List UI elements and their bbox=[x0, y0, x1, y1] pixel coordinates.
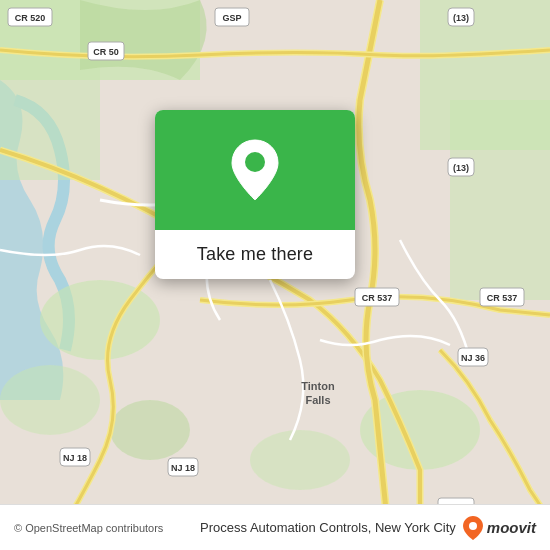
svg-point-8 bbox=[250, 430, 350, 490]
svg-text:CR 537: CR 537 bbox=[487, 293, 518, 303]
popup-header bbox=[155, 110, 355, 230]
svg-point-7 bbox=[110, 400, 190, 460]
take-me-there-button[interactable]: Take me there bbox=[155, 230, 355, 279]
moovit-pin-icon bbox=[462, 515, 484, 541]
moovit-text: moovit bbox=[487, 519, 536, 536]
svg-point-35 bbox=[245, 152, 265, 172]
svg-text:(13): (13) bbox=[453, 13, 469, 23]
branding-section: Process Automation Controls, New York Ci… bbox=[200, 515, 536, 541]
svg-text:GSP: GSP bbox=[222, 13, 241, 23]
svg-text:CR 50: CR 50 bbox=[93, 47, 119, 57]
attribution-section: © OpenStreetMap contributors bbox=[14, 522, 163, 534]
svg-text:Tinton: Tinton bbox=[301, 380, 335, 392]
svg-text:(13): (13) bbox=[453, 163, 469, 173]
svg-text:NJ 18: NJ 18 bbox=[63, 453, 87, 463]
popup-card: Take me there bbox=[155, 110, 355, 279]
osm-attribution: © OpenStreetMap contributors bbox=[14, 522, 163, 534]
map-container: CR 520 CR 50 GSP (13) (13) CR 537 CR 537… bbox=[0, 0, 550, 550]
svg-text:CR 520: CR 520 bbox=[15, 13, 46, 23]
bottom-bar: © OpenStreetMap contributors Process Aut… bbox=[0, 504, 550, 550]
svg-point-36 bbox=[469, 522, 477, 530]
svg-text:Falls: Falls bbox=[305, 394, 330, 406]
svg-text:NJ 36: NJ 36 bbox=[461, 353, 485, 363]
svg-point-6 bbox=[0, 365, 100, 435]
place-text: Process Automation Controls, New York Ci… bbox=[200, 520, 456, 535]
svg-text:NJ 18: NJ 18 bbox=[171, 463, 195, 473]
svg-point-5 bbox=[40, 280, 160, 360]
svg-text:CR 537: CR 537 bbox=[362, 293, 393, 303]
svg-rect-4 bbox=[450, 100, 550, 300]
location-pin-icon bbox=[228, 138, 282, 202]
moovit-logo: moovit bbox=[462, 515, 536, 541]
